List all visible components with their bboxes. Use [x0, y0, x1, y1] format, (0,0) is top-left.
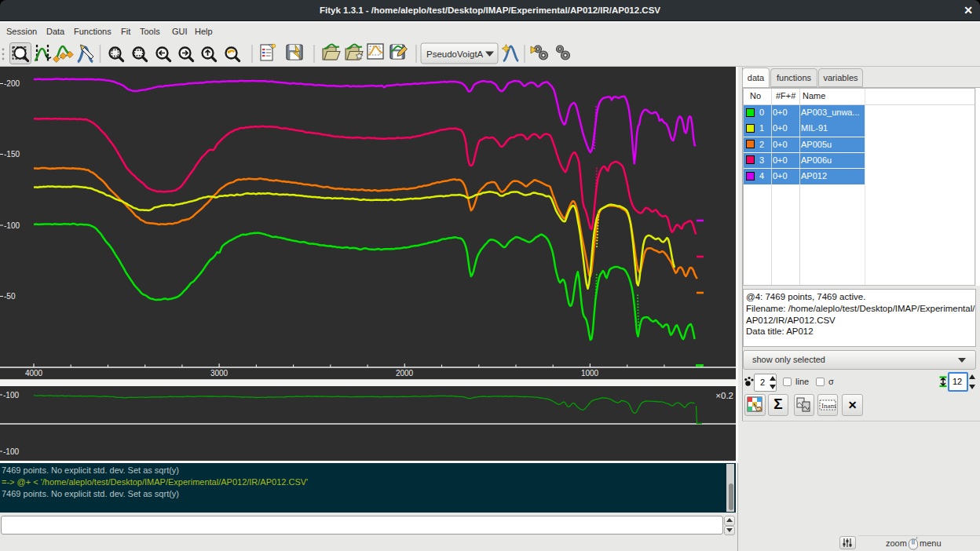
svg-text:-100: -100 — [3, 391, 19, 400]
svg-text:-200: -200 — [4, 79, 20, 88]
svg-text:4000: 4000 — [25, 369, 43, 378]
svg-text:-50: -50 — [4, 292, 16, 301]
svg-text:2000: 2000 — [396, 369, 414, 378]
svg-text:3000: 3000 — [210, 369, 229, 378]
svg-text:-100: -100 — [3, 447, 19, 456]
svg-text:1000: 1000 — [581, 369, 599, 378]
svg-text:×0.2: ×0.2 — [715, 391, 733, 400]
svg-text:PseudoVoigtA: PseudoVoigtA — [426, 49, 484, 59]
svg-text:-150: -150 — [4, 150, 20, 159]
svg-text:-100: -100 — [4, 221, 20, 230]
svg-text:Inam: Inam — [821, 402, 836, 410]
